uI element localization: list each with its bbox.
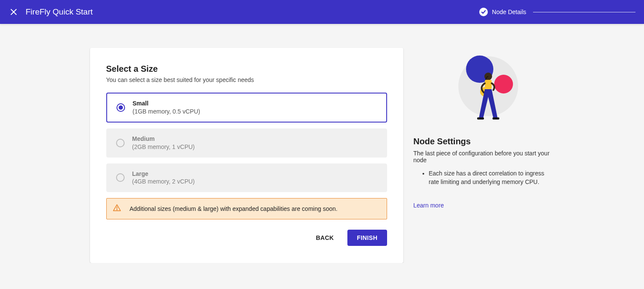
check-circle-icon: [479, 8, 488, 16]
svg-point-6: [494, 75, 513, 93]
side-subtitle: The last piece of configuration before y…: [414, 150, 554, 163]
svg-point-3: [117, 210, 117, 210]
option-label: Large: [132, 170, 195, 178]
option-detail: (4GB memory, 2 vCPU): [132, 178, 195, 186]
back-button[interactable]: BACK: [311, 230, 339, 245]
radio-unselected-icon: [116, 139, 125, 147]
step-progress-line: [533, 12, 635, 12]
card-actions: BACK FINISH: [106, 230, 387, 246]
alert-text: Additional sizes (medium & large) with e…: [130, 205, 338, 212]
card-title: Select a Size: [106, 64, 387, 74]
page-title: FireFly Quick Start: [26, 7, 479, 17]
svg-rect-9: [485, 80, 492, 89]
option-label: Medium: [132, 135, 195, 143]
size-option-large: Large (4GB memory, 2 vCPU): [106, 163, 387, 193]
close-icon[interactable]: [9, 7, 19, 17]
option-detail: (1GB memory, 0.5 vCPU): [133, 108, 200, 116]
warning-icon: [113, 204, 121, 214]
learn-more-link[interactable]: Learn more: [414, 202, 444, 209]
step-label: Node Details: [492, 9, 526, 15]
wizard-step-indicator: Node Details: [479, 8, 635, 16]
option-label: Small: [133, 99, 200, 108]
side-panel: Node Settings The last piece of configur…: [414, 48, 554, 209]
info-alert: Additional sizes (medium & large) with e…: [106, 198, 387, 219]
side-bullet-list: Each size has a direct correlation to in…: [414, 169, 554, 186]
illustration: [414, 48, 554, 125]
option-detail: (2GB memory, 1 vCPU): [132, 143, 195, 151]
radio-unselected-icon: [116, 173, 125, 182]
app-header: FireFly Quick Start Node Details: [0, 0, 644, 24]
select-size-card: Select a Size You can select a size best…: [90, 48, 403, 263]
list-item: Each size has a direct correlation to in…: [429, 169, 554, 186]
size-option-small[interactable]: Small (1GB memory, 0.5 vCPU): [106, 93, 387, 123]
card-subtitle: You can select a size best suited for yo…: [106, 76, 387, 83]
side-title: Node Settings: [414, 137, 554, 146]
svg-rect-11: [492, 117, 499, 120]
size-option-medium: Medium (2GB memory, 1 vCPU): [106, 128, 387, 158]
svg-rect-10: [477, 117, 484, 120]
main-content: Select a Size You can select a size best…: [0, 24, 644, 263]
radio-selected-icon: [117, 103, 125, 112]
finish-button[interactable]: FINISH: [347, 230, 387, 246]
